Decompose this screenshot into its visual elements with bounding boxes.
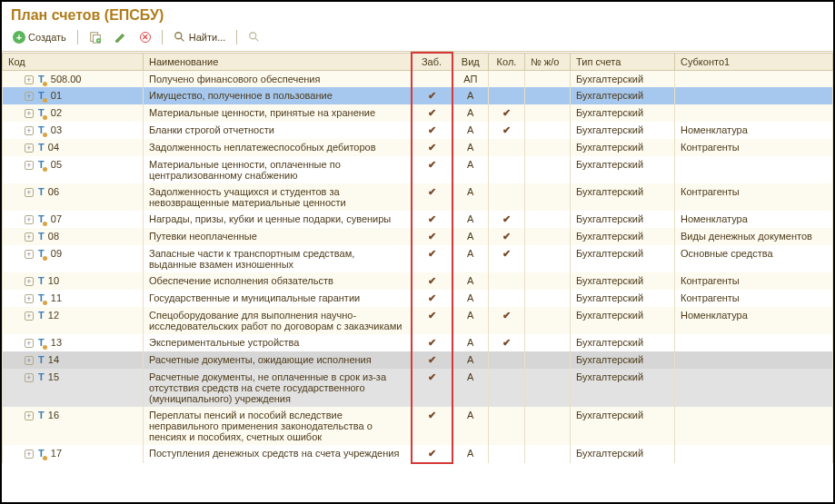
table-row[interactable]: + T 11Государственные и муниципальные га… — [3, 290, 833, 307]
expand-icon[interactable]: + — [25, 356, 34, 365]
svg-point-6 — [250, 33, 256, 39]
expand-icon[interactable]: + — [25, 339, 34, 348]
expand-icon[interactable]: + — [25, 75, 34, 84]
col-kol[interactable]: Кол. — [489, 53, 525, 71]
code-cell: 11 — [51, 292, 62, 303]
table-row[interactable]: + T 07Награды, призы, кубки и ценные под… — [3, 211, 833, 228]
account-icon: T — [38, 186, 45, 197]
sub-cell: Виды денежных документов — [675, 228, 833, 245]
vid-cell: А — [452, 104, 489, 122]
zho-cell — [525, 369, 571, 407]
table-row[interactable]: + T 16Переплаты пенсий и пособий вследст… — [3, 407, 833, 445]
type-cell: Бухгалтерский — [571, 104, 675, 122]
expand-icon[interactable]: + — [25, 294, 34, 303]
expand-icon[interactable]: + — [25, 373, 34, 382]
zab-cell: ✔ — [412, 307, 452, 334]
table-row[interactable]: + T 13Экспериментальные устройства✔А✔Бух… — [3, 334, 833, 351]
vid-cell: А — [452, 307, 489, 334]
code-cell: 12 — [48, 310, 59, 321]
kol-cell — [489, 71, 525, 88]
zho-cell — [525, 104, 571, 122]
expand-icon[interactable]: + — [25, 450, 34, 459]
copy-button[interactable]: + — [85, 29, 105, 45]
col-name[interactable]: Наименование — [144, 53, 412, 71]
col-sub[interactable]: Субконто1 — [675, 53, 833, 71]
table-row[interactable]: + T 05Материальные ценности, оплаченные … — [3, 156, 833, 183]
table-row[interactable]: + T 04Задолженность неплатежеспособных д… — [3, 139, 833, 156]
col-code[interactable]: Код — [3, 53, 144, 71]
expand-icon[interactable]: + — [25, 161, 34, 170]
delete-button[interactable]: ✕ — [136, 30, 154, 44]
vid-cell: А — [452, 351, 489, 369]
table-row[interactable]: + T 08Путевки неоплаченные✔А✔Бухгалтерск… — [3, 228, 833, 245]
code-cell: 17 — [51, 448, 62, 459]
find-button[interactable]: Найти... — [170, 29, 230, 45]
col-type[interactable]: Тип счета — [571, 53, 675, 71]
create-button[interactable]: + Создать — [9, 29, 70, 45]
table-row[interactable]: + T 03Бланки строгой отчетности✔А✔Бухгал… — [3, 122, 833, 139]
type-cell: Бухгалтерский — [571, 307, 675, 334]
search-clear-icon — [248, 31, 261, 44]
table-row[interactable]: + T 14Расчетные документы, ожидающие исп… — [3, 351, 833, 369]
expand-icon[interactable]: + — [25, 188, 34, 197]
col-zho[interactable]: № ж/о — [525, 53, 571, 71]
type-cell: Бухгалтерский — [571, 245, 675, 272]
account-icon: T — [38, 142, 45, 153]
table-row[interactable]: + T 508.00Получено финансового обеспечен… — [3, 71, 833, 88]
kol-cell: ✔ — [489, 307, 525, 334]
kol-cell — [489, 87, 525, 104]
zho-cell — [525, 445, 571, 463]
expand-icon[interactable]: + — [25, 215, 34, 224]
code-cell: 02 — [51, 107, 62, 118]
expand-icon[interactable]: + — [25, 109, 34, 118]
table-row[interactable]: + T 12Спецоборудование для выполнения на… — [3, 307, 833, 334]
table-row[interactable]: + T 17Поступления денежных средств на сч… — [3, 445, 833, 463]
expand-icon[interactable]: + — [25, 411, 34, 420]
sub-cell: Номенклатура — [675, 122, 833, 139]
vid-cell: А — [452, 87, 489, 104]
zho-cell — [525, 272, 571, 290]
vid-cell: А — [452, 290, 489, 307]
table-row[interactable]: + T 10Обеспечение исполнения обязательст… — [3, 272, 833, 290]
col-vid[interactable]: Вид — [452, 53, 489, 71]
table-row[interactable]: + T 06Задолженность учащихся и студентов… — [3, 183, 833, 211]
kol-cell — [489, 183, 525, 211]
kol-cell: ✔ — [489, 245, 525, 272]
search-icon — [174, 31, 186, 44]
kol-cell — [489, 156, 525, 183]
separator — [77, 30, 78, 44]
table-row[interactable]: + T 01Имущество, полученное в пользовани… — [3, 87, 833, 104]
edit-button[interactable] — [111, 29, 131, 45]
type-cell: Бухгалтерский — [571, 139, 675, 156]
zho-cell — [525, 139, 571, 156]
sub-cell — [675, 351, 833, 369]
code-cell: 15 — [48, 371, 59, 382]
table-row[interactable]: + T 02Материальные ценности, принятые на… — [3, 104, 833, 122]
expand-icon[interactable]: + — [25, 126, 34, 135]
col-zab[interactable]: Заб. — [412, 53, 452, 71]
table-row[interactable]: + T 15Расчетные документы, не оплаченные… — [3, 369, 833, 407]
clear-search-button[interactable] — [244, 29, 264, 45]
kol-cell — [489, 407, 525, 445]
sub-cell — [675, 445, 833, 463]
expand-icon[interactable]: + — [25, 250, 34, 259]
code-cell: 05 — [51, 159, 62, 170]
expand-icon[interactable]: + — [25, 92, 34, 101]
expand-icon[interactable]: + — [25, 232, 34, 242]
sub-cell: Контрагенты — [675, 290, 833, 307]
zab-cell: ✔ — [412, 369, 452, 407]
account-icon: T — [38, 292, 47, 303]
sub-cell: Контрагенты — [675, 272, 833, 290]
sub-cell — [675, 87, 833, 104]
expand-icon[interactable]: + — [25, 143, 34, 153]
expand-icon[interactable]: + — [25, 311, 34, 321]
code-cell: 508.00 — [51, 74, 82, 84]
expand-icon[interactable]: + — [25, 277, 34, 286]
table-row[interactable]: + T 09Запасные части к транспортным сред… — [3, 245, 833, 272]
kol-cell: ✔ — [489, 334, 525, 351]
accounts-table-container[interactable]: Код Наименование Заб. Вид Кол. № ж/о Тип… — [2, 52, 833, 502]
name-cell: Расчетные документы, ожидающие исполнени… — [144, 351, 412, 369]
account-icon: T — [38, 90, 47, 101]
name-cell: Бланки строгой отчетности — [144, 122, 412, 139]
account-icon: T — [38, 371, 45, 382]
